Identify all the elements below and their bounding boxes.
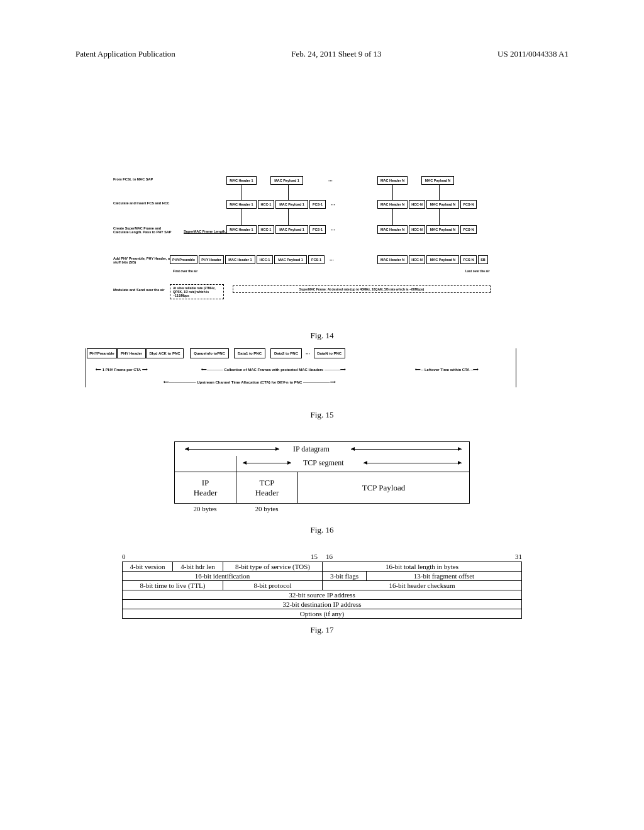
tcp-arrow-right bbox=[364, 463, 462, 463]
cell-srcip: 32-bit source IP address bbox=[123, 590, 522, 600]
bit-31: 31 bbox=[515, 553, 522, 560]
fcs-n-d: FCS-N bbox=[460, 255, 477, 264]
super-rate-box: SuperMAC Frame: At desired rate (up to 4… bbox=[233, 285, 491, 293]
last-over-air: Last over the air bbox=[465, 269, 490, 273]
ip-header-text: IP Header bbox=[177, 478, 233, 497]
fig14-row1-right-blocks: MAC Header N MAC Payload N bbox=[377, 176, 454, 185]
table-row: 32-bit source IP address bbox=[123, 590, 522, 600]
tcp-header-text: TCP Header bbox=[239, 478, 295, 497]
header-left: Patent Application Publication bbox=[75, 49, 175, 59]
phy-preamble-d: PHYPreamble bbox=[170, 255, 197, 264]
ellipsis-icon: ··· bbox=[302, 348, 314, 358]
first-over-air: First over the air bbox=[173, 269, 197, 273]
hcc-n-d: HCC-N bbox=[409, 255, 425, 264]
phy-preamble-15: PHYPreamble bbox=[87, 348, 117, 358]
connector-line bbox=[288, 209, 289, 225]
queueinfo-15: QueueInfo toPNC bbox=[190, 348, 229, 358]
fcs-n-c: FCS-N bbox=[460, 225, 477, 234]
fig14-row5-label: Modulate and Send over the air bbox=[113, 288, 176, 292]
fcs-1-c: FCS-1 bbox=[309, 225, 326, 234]
figure-14: From FCSL to MAC SAP MAC Header 1 MAC Pa… bbox=[75, 176, 569, 327]
mac-payload-1-b: MAC Payload 1 bbox=[275, 200, 308, 209]
hcc-1-b: HCC-1 bbox=[258, 200, 274, 209]
fcs-1-b: FCS-1 bbox=[309, 200, 326, 209]
table-row: 4-bit version 4-bit hdr len 8-bit type o… bbox=[123, 562, 522, 572]
cell-options: Options (if any) bbox=[123, 609, 522, 619]
upstream-label: ⟵────────── Upstream Channel Time Alloca… bbox=[164, 380, 336, 384]
figure-15: PHYPreamble PHY Header Dlyd ACK to PNC Q… bbox=[75, 348, 569, 399]
ip-header-cell: IP Header bbox=[175, 472, 236, 503]
ellipsis-icon: ··· bbox=[327, 225, 339, 234]
ip-arrow-right bbox=[351, 449, 462, 450]
cell-version: 4-bit version bbox=[123, 562, 173, 572]
mac-payload-1-c: MAC Payload 1 bbox=[275, 225, 308, 234]
vline bbox=[516, 348, 516, 387]
mac-header-1-b: MAC Header 1 bbox=[226, 200, 257, 209]
cell-tos: 8-bit type of service (TOS) bbox=[223, 562, 323, 572]
ip-header-table: 4-bit version 4-bit hdr len 8-bit type o… bbox=[122, 562, 522, 619]
vline bbox=[86, 348, 86, 387]
mac-header-1: MAC Header 1 bbox=[226, 176, 257, 185]
content-area: From FCSL to MAC SAP MAC Header 1 MAC Pa… bbox=[75, 176, 569, 643]
fig14-caption: Fig. 14 bbox=[75, 331, 569, 341]
tcp-header-cell: TCP Header bbox=[236, 472, 298, 503]
fig15-caption: Fig. 15 bbox=[75, 410, 569, 420]
fig14-row1-label: From FCSL to MAC SAP bbox=[113, 177, 176, 181]
mac-header-n-d: MAC Header N bbox=[377, 255, 408, 264]
cell-dstip: 32-bit destination IP address bbox=[123, 600, 522, 609]
data2-15: Data2 to PNC bbox=[270, 348, 302, 358]
fcs-n-b: FCS-N bbox=[460, 200, 477, 209]
connector-line bbox=[242, 185, 242, 200]
bit-15: 15 bbox=[311, 553, 318, 560]
table-row: 16-bit identification 3-bit flags 13-bit… bbox=[123, 572, 522, 581]
fig16-caption: Fig. 16 bbox=[75, 525, 569, 535]
one-phy-label: ⟵ 1 PHY Frame per CTA ⟶ bbox=[96, 367, 148, 372]
cell-fragoff: 13-bit fragment offset bbox=[367, 572, 522, 581]
mac-header-n-c: MAC Header N bbox=[377, 225, 408, 234]
table-row: 8-bit time to live (TTL) 8-bit protocol … bbox=[123, 581, 522, 590]
connector-line bbox=[392, 209, 393, 225]
connector-line bbox=[439, 209, 440, 225]
ellipsis-icon: ··· bbox=[325, 176, 336, 185]
cell-flags: 3-bit flags bbox=[323, 572, 367, 581]
ellipsis-icon: ··· bbox=[327, 200, 339, 209]
hcc-1-c: HCC-1 bbox=[258, 225, 274, 234]
table-row: 32-bit destination IP address bbox=[123, 600, 522, 609]
ip-datagram-label: IP datagram bbox=[293, 445, 330, 454]
upstream-text: Upstream Channel Time Allocation (CTA) f… bbox=[197, 380, 302, 384]
fcs-1-d: FCS-1 bbox=[308, 255, 325, 264]
collection-text: Collection of MAC Frames with protected … bbox=[224, 368, 323, 372]
mac-header-1-d: MAC Header 1 bbox=[225, 255, 255, 264]
mac-payload-1-d: MAC Payload 1 bbox=[274, 255, 307, 264]
cell-totlen: 16-bit total length in bytes bbox=[323, 562, 522, 572]
fig14-row3-underline: SuperMAC Frame Length, etc bbox=[184, 230, 232, 233]
mac-header-n: MAC Header N bbox=[377, 176, 408, 185]
one-phy-text: 1 PHY Frame per CTA bbox=[103, 368, 141, 372]
datan-15: DataN to PNC bbox=[314, 348, 345, 358]
vline bbox=[236, 456, 236, 472]
fig17-caption: Fig. 17 bbox=[75, 625, 569, 635]
connector-line bbox=[242, 209, 242, 225]
bytes-1: 20 bytes bbox=[174, 505, 236, 512]
bit-0: 0 bbox=[122, 553, 126, 560]
tcp-arrow-left bbox=[243, 463, 291, 463]
ip-arrow-left bbox=[185, 449, 279, 450]
leftover-label: ⟵─ Leftover Time within CTA ─⟶ bbox=[415, 367, 479, 372]
table-row: Options (if any) bbox=[123, 609, 522, 619]
header-center: Feb. 24, 2011 Sheet 9 of 13 bbox=[291, 49, 381, 59]
cell-hdrlen: 4-bit hdr len bbox=[173, 562, 223, 572]
cell-ttl: 8-bit time to live (TTL) bbox=[123, 581, 223, 590]
mac-payload-n: MAC Payload N bbox=[421, 176, 454, 185]
cell-proto: 8-bit protocol bbox=[223, 581, 323, 590]
cell-id: 16-bit identification bbox=[123, 572, 323, 581]
fig14-row3-left-blocks: MAC Header 1 HCC-1 MAC Payload 1 FCS-1 ·… bbox=[226, 225, 339, 234]
bytes-2: 20 bytes bbox=[236, 505, 297, 512]
mac-payload-n-b: MAC Payload N bbox=[426, 200, 459, 209]
mac-payload-1: MAC Payload 1 bbox=[270, 176, 303, 185]
phy-header-15: PHY Header bbox=[117, 348, 146, 358]
fig14-row4-right-blocks: MAC Header N HCC-N MAC Payload N FCS-N S… bbox=[377, 255, 488, 264]
leftover-text: Leftover Time within CTA bbox=[425, 368, 470, 372]
header-right: US 2011/0044338 A1 bbox=[497, 49, 569, 59]
hcc-n-c: HCC-N bbox=[409, 225, 425, 234]
mac-header-n-b: MAC Header N bbox=[377, 200, 408, 209]
